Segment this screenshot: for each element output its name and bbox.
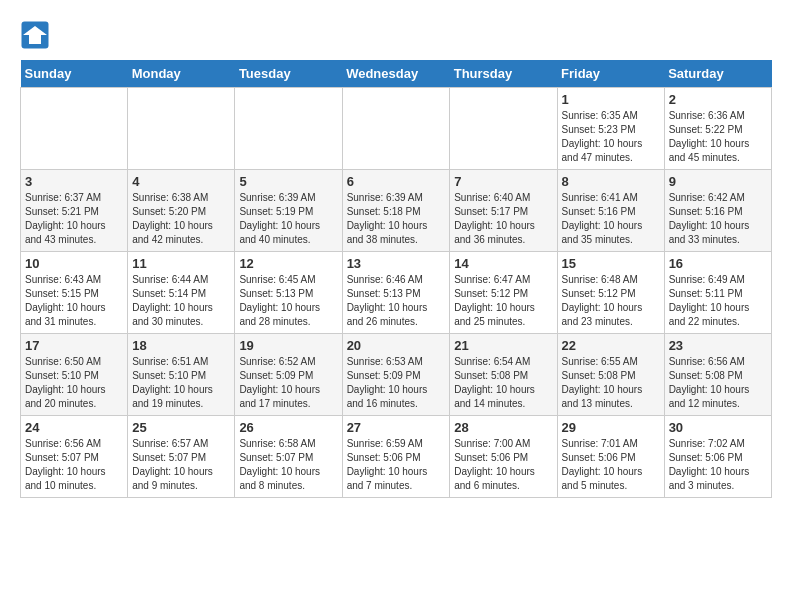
calendar-cell: 8Sunrise: 6:41 AM Sunset: 5:16 PM Daylig… bbox=[557, 170, 664, 252]
calendar-cell: 28Sunrise: 7:00 AM Sunset: 5:06 PM Dayli… bbox=[450, 416, 557, 498]
day-info: Sunrise: 6:49 AM Sunset: 5:11 PM Dayligh… bbox=[669, 273, 767, 329]
calendar-cell: 27Sunrise: 6:59 AM Sunset: 5:06 PM Dayli… bbox=[342, 416, 450, 498]
calendar-cell: 3Sunrise: 6:37 AM Sunset: 5:21 PM Daylig… bbox=[21, 170, 128, 252]
day-info: Sunrise: 6:55 AM Sunset: 5:08 PM Dayligh… bbox=[562, 355, 660, 411]
calendar-cell: 24Sunrise: 6:56 AM Sunset: 5:07 PM Dayli… bbox=[21, 416, 128, 498]
day-number: 30 bbox=[669, 420, 767, 435]
day-number: 17 bbox=[25, 338, 123, 353]
weekday-header-monday: Monday bbox=[128, 60, 235, 88]
calendar-cell: 1Sunrise: 6:35 AM Sunset: 5:23 PM Daylig… bbox=[557, 88, 664, 170]
day-info: Sunrise: 6:57 AM Sunset: 5:07 PM Dayligh… bbox=[132, 437, 230, 493]
day-info: Sunrise: 6:39 AM Sunset: 5:19 PM Dayligh… bbox=[239, 191, 337, 247]
day-info: Sunrise: 6:58 AM Sunset: 5:07 PM Dayligh… bbox=[239, 437, 337, 493]
day-number: 22 bbox=[562, 338, 660, 353]
calendar-cell bbox=[450, 88, 557, 170]
day-info: Sunrise: 6:43 AM Sunset: 5:15 PM Dayligh… bbox=[25, 273, 123, 329]
calendar-cell: 6Sunrise: 6:39 AM Sunset: 5:18 PM Daylig… bbox=[342, 170, 450, 252]
day-number: 16 bbox=[669, 256, 767, 271]
calendar-cell bbox=[235, 88, 342, 170]
day-number: 3 bbox=[25, 174, 123, 189]
day-info: Sunrise: 6:47 AM Sunset: 5:12 PM Dayligh… bbox=[454, 273, 552, 329]
day-info: Sunrise: 6:35 AM Sunset: 5:23 PM Dayligh… bbox=[562, 109, 660, 165]
day-number: 4 bbox=[132, 174, 230, 189]
day-info: Sunrise: 6:44 AM Sunset: 5:14 PM Dayligh… bbox=[132, 273, 230, 329]
day-number: 1 bbox=[562, 92, 660, 107]
calendar-cell: 17Sunrise: 6:50 AM Sunset: 5:10 PM Dayli… bbox=[21, 334, 128, 416]
logo bbox=[20, 20, 54, 50]
weekday-header-row: SundayMondayTuesdayWednesdayThursdayFrid… bbox=[21, 60, 772, 88]
weekday-header-wednesday: Wednesday bbox=[342, 60, 450, 88]
day-number: 26 bbox=[239, 420, 337, 435]
day-number: 21 bbox=[454, 338, 552, 353]
calendar-cell: 15Sunrise: 6:48 AM Sunset: 5:12 PM Dayli… bbox=[557, 252, 664, 334]
calendar-cell: 5Sunrise: 6:39 AM Sunset: 5:19 PM Daylig… bbox=[235, 170, 342, 252]
day-info: Sunrise: 6:56 AM Sunset: 5:08 PM Dayligh… bbox=[669, 355, 767, 411]
calendar-cell: 25Sunrise: 6:57 AM Sunset: 5:07 PM Dayli… bbox=[128, 416, 235, 498]
day-number: 10 bbox=[25, 256, 123, 271]
day-info: Sunrise: 6:45 AM Sunset: 5:13 PM Dayligh… bbox=[239, 273, 337, 329]
day-info: Sunrise: 6:38 AM Sunset: 5:20 PM Dayligh… bbox=[132, 191, 230, 247]
day-info: Sunrise: 7:00 AM Sunset: 5:06 PM Dayligh… bbox=[454, 437, 552, 493]
day-number: 6 bbox=[347, 174, 446, 189]
calendar-cell: 4Sunrise: 6:38 AM Sunset: 5:20 PM Daylig… bbox=[128, 170, 235, 252]
day-info: Sunrise: 6:54 AM Sunset: 5:08 PM Dayligh… bbox=[454, 355, 552, 411]
day-number: 24 bbox=[25, 420, 123, 435]
day-info: Sunrise: 6:46 AM Sunset: 5:13 PM Dayligh… bbox=[347, 273, 446, 329]
calendar-cell bbox=[21, 88, 128, 170]
day-number: 13 bbox=[347, 256, 446, 271]
calendar-cell: 12Sunrise: 6:45 AM Sunset: 5:13 PM Dayli… bbox=[235, 252, 342, 334]
calendar-cell: 30Sunrise: 7:02 AM Sunset: 5:06 PM Dayli… bbox=[664, 416, 771, 498]
day-number: 28 bbox=[454, 420, 552, 435]
day-info: Sunrise: 6:39 AM Sunset: 5:18 PM Dayligh… bbox=[347, 191, 446, 247]
weekday-header-tuesday: Tuesday bbox=[235, 60, 342, 88]
calendar-week-row: 1Sunrise: 6:35 AM Sunset: 5:23 PM Daylig… bbox=[21, 88, 772, 170]
day-info: Sunrise: 6:37 AM Sunset: 5:21 PM Dayligh… bbox=[25, 191, 123, 247]
calendar-cell bbox=[342, 88, 450, 170]
calendar-cell: 22Sunrise: 6:55 AM Sunset: 5:08 PM Dayli… bbox=[557, 334, 664, 416]
day-number: 23 bbox=[669, 338, 767, 353]
day-info: Sunrise: 6:59 AM Sunset: 5:06 PM Dayligh… bbox=[347, 437, 446, 493]
day-info: Sunrise: 7:02 AM Sunset: 5:06 PM Dayligh… bbox=[669, 437, 767, 493]
weekday-header-sunday: Sunday bbox=[21, 60, 128, 88]
calendar-cell: 19Sunrise: 6:52 AM Sunset: 5:09 PM Dayli… bbox=[235, 334, 342, 416]
calendar-week-row: 3Sunrise: 6:37 AM Sunset: 5:21 PM Daylig… bbox=[21, 170, 772, 252]
day-number: 7 bbox=[454, 174, 552, 189]
day-number: 20 bbox=[347, 338, 446, 353]
day-info: Sunrise: 6:40 AM Sunset: 5:17 PM Dayligh… bbox=[454, 191, 552, 247]
calendar-cell: 10Sunrise: 6:43 AM Sunset: 5:15 PM Dayli… bbox=[21, 252, 128, 334]
page-header bbox=[20, 20, 772, 50]
day-number: 9 bbox=[669, 174, 767, 189]
day-number: 25 bbox=[132, 420, 230, 435]
day-info: Sunrise: 6:53 AM Sunset: 5:09 PM Dayligh… bbox=[347, 355, 446, 411]
day-number: 11 bbox=[132, 256, 230, 271]
day-number: 27 bbox=[347, 420, 446, 435]
calendar-cell: 26Sunrise: 6:58 AM Sunset: 5:07 PM Dayli… bbox=[235, 416, 342, 498]
calendar-cell: 20Sunrise: 6:53 AM Sunset: 5:09 PM Dayli… bbox=[342, 334, 450, 416]
calendar-cell: 23Sunrise: 6:56 AM Sunset: 5:08 PM Dayli… bbox=[664, 334, 771, 416]
calendar-cell: 13Sunrise: 6:46 AM Sunset: 5:13 PM Dayli… bbox=[342, 252, 450, 334]
calendar-cell: 18Sunrise: 6:51 AM Sunset: 5:10 PM Dayli… bbox=[128, 334, 235, 416]
calendar-week-row: 10Sunrise: 6:43 AM Sunset: 5:15 PM Dayli… bbox=[21, 252, 772, 334]
day-info: Sunrise: 6:48 AM Sunset: 5:12 PM Dayligh… bbox=[562, 273, 660, 329]
logo-icon bbox=[20, 20, 50, 50]
day-info: Sunrise: 6:51 AM Sunset: 5:10 PM Dayligh… bbox=[132, 355, 230, 411]
calendar-cell: 29Sunrise: 7:01 AM Sunset: 5:06 PM Dayli… bbox=[557, 416, 664, 498]
day-info: Sunrise: 6:52 AM Sunset: 5:09 PM Dayligh… bbox=[239, 355, 337, 411]
day-number: 2 bbox=[669, 92, 767, 107]
calendar-cell: 21Sunrise: 6:54 AM Sunset: 5:08 PM Dayli… bbox=[450, 334, 557, 416]
day-info: Sunrise: 6:41 AM Sunset: 5:16 PM Dayligh… bbox=[562, 191, 660, 247]
weekday-header-saturday: Saturday bbox=[664, 60, 771, 88]
calendar-cell: 9Sunrise: 6:42 AM Sunset: 5:16 PM Daylig… bbox=[664, 170, 771, 252]
calendar-week-row: 24Sunrise: 6:56 AM Sunset: 5:07 PM Dayli… bbox=[21, 416, 772, 498]
calendar-cell: 16Sunrise: 6:49 AM Sunset: 5:11 PM Dayli… bbox=[664, 252, 771, 334]
day-number: 19 bbox=[239, 338, 337, 353]
calendar-cell: 11Sunrise: 6:44 AM Sunset: 5:14 PM Dayli… bbox=[128, 252, 235, 334]
weekday-header-thursday: Thursday bbox=[450, 60, 557, 88]
day-info: Sunrise: 6:36 AM Sunset: 5:22 PM Dayligh… bbox=[669, 109, 767, 165]
day-info: Sunrise: 7:01 AM Sunset: 5:06 PM Dayligh… bbox=[562, 437, 660, 493]
calendar-table: SundayMondayTuesdayWednesdayThursdayFrid… bbox=[20, 60, 772, 498]
calendar-cell bbox=[128, 88, 235, 170]
day-number: 12 bbox=[239, 256, 337, 271]
day-number: 8 bbox=[562, 174, 660, 189]
calendar-cell: 14Sunrise: 6:47 AM Sunset: 5:12 PM Dayli… bbox=[450, 252, 557, 334]
